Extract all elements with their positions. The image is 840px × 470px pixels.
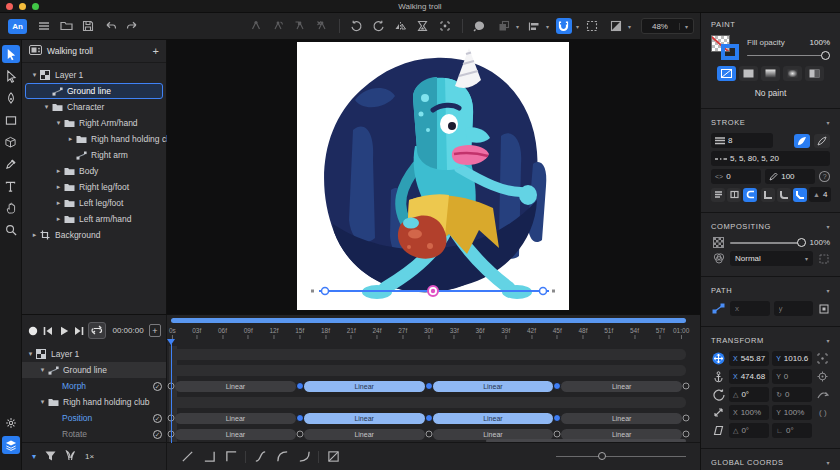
tween-span[interactable]: Linear	[304, 413, 425, 424]
position-x-field[interactable]: X545.87	[729, 351, 769, 366]
fill-stroke-swatch[interactable]	[711, 35, 743, 63]
tween-stack-icon[interactable]	[65, 450, 76, 463]
anchor-reference-icon[interactable]	[815, 371, 830, 382]
tween-span[interactable]: Linear	[561, 413, 682, 424]
timeline-zoom-slider[interactable]	[556, 453, 686, 459]
next-frame-button[interactable]	[73, 324, 85, 337]
tween-span[interactable]: Linear	[433, 429, 554, 440]
blob-brush-icon[interactable]	[472, 18, 488, 34]
pin-rotate-icon[interactable]	[270, 18, 286, 34]
play-button[interactable]	[58, 324, 70, 337]
paint-bitmap-button[interactable]	[805, 66, 824, 81]
snap-magnet-button[interactable]: ▾	[553, 18, 579, 34]
tween-span[interactable]: Linear	[561, 429, 682, 440]
scale-y-field[interactable]: Y100%	[772, 405, 812, 420]
keyframe-dot[interactable]	[554, 431, 561, 438]
scale-link-icon[interactable]: ( )	[815, 408, 830, 417]
timeline-property-morph[interactable]: Morph✓	[22, 378, 166, 394]
chevron-down-icon[interactable]: ▾	[826, 287, 830, 294]
expander-icon[interactable]: ▸	[30, 231, 39, 239]
help-icon[interactable]: ?	[819, 171, 830, 182]
filter-icon[interactable]	[45, 451, 56, 463]
keyframe-dot[interactable]	[683, 383, 690, 390]
layer-item-left-arm-hand[interactable]: ▸Left arm/hand	[25, 211, 163, 227]
record-button[interactable]	[27, 324, 39, 337]
align-tool-button[interactable]: ▾	[523, 18, 549, 34]
zoom-level-dropdown[interactable]: 48% ▾	[641, 18, 694, 34]
save-icon[interactable]	[80, 18, 96, 34]
animate-logo[interactable]: An	[8, 19, 27, 34]
layer-track[interactable]	[171, 365, 686, 376]
join-miter-button[interactable]	[761, 188, 775, 202]
pin-remove-icon[interactable]	[314, 18, 330, 34]
skew-y-field[interactable]: ∟0°	[772, 423, 812, 438]
chevron-down-icon[interactable]: ▾	[826, 223, 830, 230]
ease-in-icon[interactable]	[296, 449, 312, 465]
pin-scale-icon[interactable]	[292, 18, 308, 34]
timeline-horizontal-scrollbar[interactable]	[171, 318, 686, 323]
variable-width-field[interactable]: <> 0	[711, 169, 761, 184]
expander-icon[interactable]: ▸	[66, 135, 75, 143]
precise-target-icon[interactable]	[437, 18, 453, 34]
position-reference-icon[interactable]	[815, 353, 830, 364]
path-point-start[interactable]	[322, 288, 329, 295]
cap-square-button[interactable]	[727, 188, 741, 202]
expander-icon[interactable]: ▸	[54, 167, 63, 175]
path-anchor-icon[interactable]	[817, 304, 830, 314]
position-y-field[interactable]: Y1010.6	[772, 351, 812, 366]
layer-item-right-arm[interactable]: Right arm	[25, 147, 163, 163]
expander-icon[interactable]: ▸	[54, 183, 63, 191]
text-tool[interactable]	[2, 177, 20, 195]
frame-ruler[interactable]: 0s03f06f09f12f15f18f21f24f27f30f33f36f39…	[171, 327, 686, 346]
ease-in-out-icon[interactable]	[252, 449, 268, 465]
zoom-tool[interactable]	[2, 221, 20, 239]
select-tool[interactable]	[2, 45, 20, 63]
brush-pressure-button[interactable]	[814, 134, 830, 148]
rotate-cw-icon[interactable]	[371, 18, 387, 34]
expander-icon[interactable]: ▾	[54, 119, 63, 127]
stroke-dash-field[interactable]: 5, 5, 80, 5, 20	[711, 151, 830, 166]
isolate-blending-icon[interactable]	[817, 254, 830, 264]
property-enabled-check[interactable]: ✓	[153, 430, 162, 439]
timeline-row-ground-line[interactable]: ▾Ground line	[22, 362, 166, 378]
blend-mode-dropdown[interactable]: Normal ▾	[730, 251, 813, 266]
keyframe-dot[interactable]	[683, 431, 690, 438]
tween-span[interactable]: Linear	[304, 429, 425, 440]
ease-out-icon[interactable]	[274, 449, 290, 465]
layer-item-right-leg-foot[interactable]: ▸Right leg/foot	[25, 179, 163, 195]
menu-icon[interactable]	[36, 18, 52, 34]
keyframe-dot[interactable]	[425, 414, 433, 422]
tween-span[interactable]: Linear	[175, 413, 296, 424]
layer-item-left-leg-foot[interactable]: ▸Left leg/foot	[25, 195, 163, 211]
timeline-property-position[interactable]: Position✓	[22, 410, 166, 426]
expander-icon[interactable]: ▾	[38, 398, 47, 406]
tween-span[interactable]: Linear	[175, 429, 296, 440]
keyframe-dot[interactable]	[553, 414, 561, 422]
tween-span[interactable]: Linear	[433, 381, 554, 392]
keyframe-dot[interactable]	[553, 382, 561, 390]
layer-item-ground-line[interactable]: Ground line	[25, 83, 163, 99]
layer-item-layer-1[interactable]: ▾Layer 1	[25, 67, 163, 83]
direct-select-tool[interactable]	[2, 67, 20, 85]
fill-opacity-slider[interactable]	[747, 50, 830, 60]
cap-round-button[interactable]	[743, 188, 757, 202]
timeline-row-layer-1[interactable]: ▾Layer 1	[22, 346, 166, 362]
tween-span[interactable]: Linear	[561, 381, 682, 392]
flip-horizontal-icon[interactable]	[393, 18, 409, 34]
expander-icon[interactable]: ▾	[42, 103, 51, 111]
expander-icon[interactable]: ▸	[54, 199, 63, 207]
property-enabled-check[interactable]: ✓	[153, 382, 162, 391]
paint-none-button[interactable]	[717, 66, 736, 81]
property-enabled-check[interactable]: ✓	[153, 414, 162, 423]
ease-hold-in-icon[interactable]	[223, 449, 239, 465]
smoothing-field[interactable]: 100	[765, 169, 815, 184]
layer-item-background[interactable]: ▸Background	[25, 227, 163, 243]
paint-linear-gradient-button[interactable]	[761, 66, 780, 81]
layers-panel-toggle[interactable]	[2, 436, 20, 454]
loop-playback-button[interactable]	[88, 322, 106, 339]
add-layer-button[interactable]: +	[153, 47, 159, 55]
pen-tool[interactable]	[2, 89, 20, 107]
join-round-button[interactable]	[777, 188, 791, 202]
layer-item-character[interactable]: ▾Character	[25, 99, 163, 115]
expander-icon[interactable]: ▾	[26, 350, 35, 358]
